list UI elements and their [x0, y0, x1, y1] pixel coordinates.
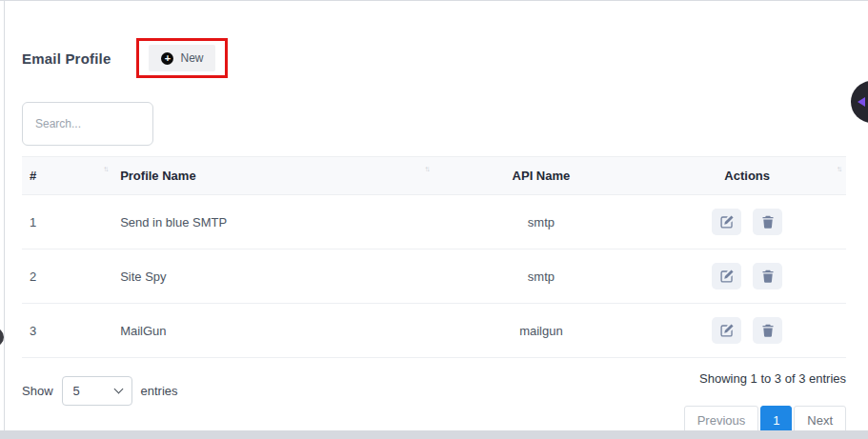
row-number: 1 [22, 195, 112, 249]
edit-button[interactable] [712, 263, 741, 289]
page-size-select[interactable]: 5 [62, 376, 132, 406]
row-number: 3 [22, 304, 112, 358]
sort-icon[interactable]: ↑↓ [837, 165, 840, 173]
table-row: 2 Site Spy smtp [22, 249, 846, 304]
edit-button[interactable] [712, 209, 741, 235]
trash-icon [761, 269, 775, 283]
api-name-cell: smtp [434, 195, 648, 249]
annotation-highlight: + New [136, 38, 228, 78]
edit-button[interactable] [712, 317, 741, 344]
title-row: Email Profile + New [22, 38, 846, 78]
column-header-number[interactable]: # ↑↓ [22, 157, 112, 195]
page-size-select-wrap: 5 [62, 376, 132, 406]
new-button-label: New [180, 51, 203, 65]
plus-circle-icon: + [161, 52, 173, 65]
trash-icon [761, 324, 775, 337]
arrow-left-icon [858, 97, 865, 107]
api-name-cell: smtp [434, 249, 648, 304]
email-profiles-table: # ↑↓ Profile Name ↑↓ API Name Actions ↑↓… [22, 156, 846, 358]
row-number: 2 [22, 249, 112, 304]
page-title: Email Profile [22, 50, 111, 67]
column-header-api-name[interactable]: API Name [434, 157, 648, 195]
sort-icon[interactable]: ↑↓ [424, 165, 428, 173]
profile-name-cell: Send in blue SMTP [112, 195, 434, 249]
table-row: 3 MailGun mailgun [22, 304, 846, 358]
edit-icon [720, 324, 734, 337]
footer-right: Showing 1 to 3 of 3 entries Previous 1 N… [684, 371, 846, 435]
trash-icon [761, 215, 775, 229]
actions-cell [648, 249, 846, 304]
email-profile-panel: Email Profile + New # ↑↓ Profile Name ↑↓ [0, 0, 868, 435]
api-name-cell: mailgun [434, 304, 648, 358]
bottom-strip [0, 430, 868, 439]
table-row: 1 Send in blue SMTP smtp [22, 195, 846, 249]
new-button[interactable]: + New [149, 45, 215, 71]
delete-button[interactable] [753, 263, 782, 289]
delete-button[interactable] [753, 209, 782, 235]
table-footer: Show 5 entries Showing 1 to 3 of 3 entri… [22, 371, 846, 435]
edit-icon [720, 215, 734, 229]
search-input[interactable] [22, 102, 153, 146]
edit-icon [720, 269, 734, 283]
column-header-actions[interactable]: Actions ↑↓ [648, 157, 846, 195]
column-header-profile-name[interactable]: Profile Name ↑↓ [112, 157, 434, 195]
entries-info: Showing 1 to 3 of 3 entries [699, 371, 846, 386]
profile-name-cell: MailGun [112, 304, 434, 358]
table-header-row: # ↑↓ Profile Name ↑↓ API Name Actions ↑↓ [22, 157, 846, 195]
page-size-control: Show 5 entries [22, 371, 178, 406]
entries-label: entries [141, 384, 178, 398]
sort-icon[interactable]: ↑↓ [103, 165, 107, 173]
show-label: Show [22, 384, 53, 398]
delete-button[interactable] [753, 317, 782, 344]
profile-name-cell: Site Spy [112, 249, 434, 304]
actions-cell [648, 195, 846, 249]
actions-cell [648, 304, 846, 358]
